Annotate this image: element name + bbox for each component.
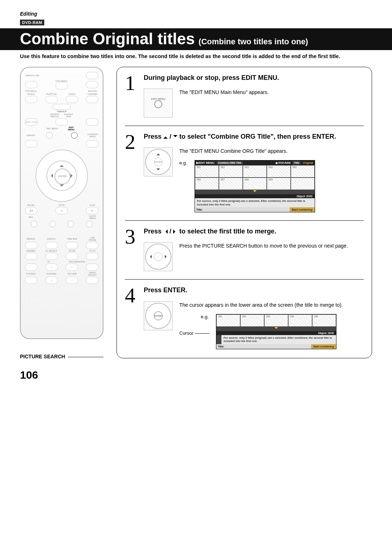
left-arrow-icon (163, 229, 168, 234)
up-arrow-icon (163, 134, 168, 139)
dpad-leftright-illustration (144, 242, 173, 271)
cursor-label: Cursor (179, 330, 211, 336)
step-desc: The "EDIT MENU Main Menu" appears. (179, 89, 269, 96)
title-main: Combine Original titles (20, 30, 195, 48)
step-1: 1 During playback or stop, press EDIT ME… (125, 74, 364, 118)
edit-menu-button-illustration: EDIT MENU (144, 89, 173, 118)
dvd-ram-badge: DVD-RAM (20, 20, 44, 25)
page-number: 106 (20, 369, 372, 381)
step-desc: Press the PICTURE SEARCH button to move … (179, 242, 348, 250)
step-4: 4 Press ENTER. ENTER The cursor appears … (125, 279, 364, 349)
step-number: 1 (125, 74, 138, 118)
dpad-updown-illustration: ENTER (144, 147, 173, 176)
dpad-enter-illustration: ENTER (144, 301, 173, 330)
remote-dpad: ENTER (36, 150, 88, 202)
picture-search-callout: PICTURE SEARCH (20, 354, 103, 359)
screen-example-1: ▶EDIT MENU Combine ORG Title ◉ DVD-RAM T… (195, 160, 315, 212)
timeslip-button (53, 104, 71, 110)
screen-example-2: 001 002 003 004 005 Object :DVD (216, 314, 336, 349)
step-number: 3 (125, 227, 138, 271)
step-desc: The "EDIT MENU Combine ORG Title" appear… (179, 147, 364, 155)
step-title: Press / to select the first title to mer… (144, 227, 364, 236)
section-label: Editing (20, 11, 372, 17)
picture-search-label: PICTURE SEARCH (20, 354, 65, 359)
step-title: Press ENTER. (144, 286, 364, 294)
steps-panel: 1 During playback or stop, press EDIT ME… (117, 67, 372, 358)
step-number: 4 (125, 286, 138, 349)
remote-control-illustration: OPEN/CLOSE DVD MENU TOP MENU RETURN ANGL… (20, 67, 103, 339)
eg-label: e.g. (179, 160, 187, 166)
intro-text: Use this feature to combine two titles i… (20, 53, 372, 60)
step-desc: The cursor appears in the lower area of … (179, 301, 364, 309)
title-sub: (Combine two titles into one) (199, 37, 308, 46)
step-title: During playback or stop, press EDIT MENU… (144, 74, 364, 82)
down-arrow-icon (173, 135, 177, 139)
step-title: Press / to select "Combine ORG Title", t… (144, 133, 364, 141)
right-arrow-icon (173, 229, 177, 234)
eg-label: e.g. (201, 314, 209, 319)
step-number: 2 (125, 133, 138, 212)
step-3: 3 Press / to select the first title to m… (125, 220, 364, 271)
step-2: 2 Press / to select "Combine ORG Title",… (125, 126, 364, 212)
title-bar: Combine Original titles (Combine two tit… (0, 28, 392, 50)
